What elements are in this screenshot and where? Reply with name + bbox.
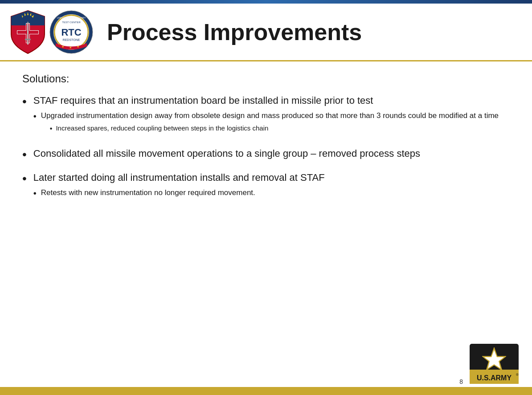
page-number: 8 xyxy=(459,378,463,385)
bullet-icon-2: • xyxy=(22,146,27,163)
main-bullet-list: • STAF requires that an instrumentation … xyxy=(22,94,510,203)
header: ★ ★ ★ RTC REDSTONE UNITED STATES ARMY TE… xyxy=(0,4,532,61)
bullet-icon-1-1: • xyxy=(33,110,37,122)
page-title: Process Improvements xyxy=(107,19,362,45)
svg-text:★: ★ xyxy=(61,45,64,48)
svg-text:RTC: RTC xyxy=(61,27,81,38)
bullet-icon-3: • xyxy=(22,170,27,187)
list-item: • Consolidated all missile movement oper… xyxy=(22,147,510,163)
list-item: • Increased spares, reduced coupling bet… xyxy=(50,124,510,134)
bullet-text-1: STAF requires that an instrumentation bo… xyxy=(33,95,373,106)
bullet-text-1-1: Upgraded instrumentation design away fro… xyxy=(41,111,499,120)
svg-text:★: ★ xyxy=(69,46,72,49)
sub-bullet-list-3: • Retests with new instrumentation no lo… xyxy=(33,188,510,200)
svg-text:TEST CENTER: TEST CENTER xyxy=(62,21,81,24)
bullet-icon-1: • xyxy=(22,93,27,110)
shield-logo xyxy=(9,10,47,54)
bullet-icon-3-1: • xyxy=(33,187,37,200)
list-item: • Retests with new instrumentation no lo… xyxy=(33,188,510,200)
svg-rect-26 xyxy=(470,370,519,372)
svg-text:REDSTONE: REDSTONE xyxy=(63,38,80,41)
bottom-bar xyxy=(0,387,532,395)
bullet-text-2: Consolidated all missile movement operat… xyxy=(33,147,510,160)
content-area: Solutions: • STAF requires that an instr… xyxy=(0,61,532,220)
logos-container: ★ ★ ★ RTC REDSTONE UNITED STATES ARMY TE… xyxy=(9,10,94,54)
svg-text:U.S.ARMY: U.S.ARMY xyxy=(477,374,512,382)
svg-rect-11 xyxy=(25,39,31,40)
list-item: • STAF requires that an instrumentation … xyxy=(22,94,510,139)
list-item: • Upgraded instrumentation design away f… xyxy=(33,111,510,136)
sub-bullet-list-1: • Upgraded instrumentation design away f… xyxy=(33,111,510,136)
svg-text:★: ★ xyxy=(77,45,79,48)
solutions-label: Solutions: xyxy=(22,73,510,85)
top-bar xyxy=(0,0,532,4)
bullet-text-1-1-1: Increased spares, reduced coupling betwe… xyxy=(56,124,510,133)
bullet-icon-1-1-1: • xyxy=(50,124,53,134)
army-logo: U.S.ARMY ® xyxy=(470,344,519,384)
svg-text:®: ® xyxy=(516,373,519,377)
bullet-text-3: Later started doing all instrumentation … xyxy=(33,172,325,183)
list-item: • Later started doing all instrumentatio… xyxy=(22,171,510,203)
sub-bullet-list-1-1: • Increased spares, reduced coupling bet… xyxy=(50,124,510,134)
svg-text:UNITED STATES ARMY: UNITED STATES ARMY xyxy=(57,16,86,19)
svg-rect-9 xyxy=(27,22,29,45)
bullet-text-3-1: Retests with new instrumentation no long… xyxy=(41,188,510,198)
rtc-logo: ★ ★ ★ RTC REDSTONE UNITED STATES ARMY TE… xyxy=(49,10,94,54)
